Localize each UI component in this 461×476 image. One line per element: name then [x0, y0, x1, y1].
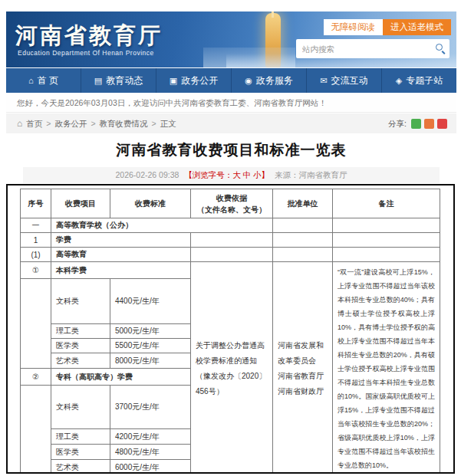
col-header-basis: 收费依据 （文件名称、文号） [191, 189, 273, 218]
nav-item-home[interactable]: ⌂ 首 页 [6, 68, 81, 93]
table-row-bachelor-tuition: ① 本科学费 关于调整公办普通高校学费标准的通知（豫发改办〔2020〕456号）… [21, 262, 440, 279]
col-header-index: 序号 [21, 189, 51, 218]
nav-item-education-news[interactable]: ▤ 教育动态 [81, 68, 156, 93]
breadcrumb-home[interactable]: 首页 [26, 113, 42, 133]
item-cell: 学费 [51, 233, 191, 248]
row-index: (1) [21, 248, 51, 262]
share-wechat-icon[interactable] [411, 119, 421, 129]
nav-label: 首 页 [38, 74, 58, 87]
nav-label: 政务服务 [256, 74, 293, 87]
accessibility-reading-button[interactable]: 无障碍阅读 [324, 19, 384, 35]
empty-index-cell [21, 386, 51, 474]
page: 河南省教育厅 Education Department Of Henan Pro… [0, 0, 461, 476]
empty-cell [273, 218, 333, 233]
breadcrumb-current-article: 正文 [160, 113, 176, 133]
col-header-approver: 批准单位 [273, 189, 333, 218]
empty-cell [191, 233, 273, 248]
col-header-item: 收费项目 [51, 189, 110, 218]
table-row-higher-education: (1) 高等教育 [21, 248, 440, 262]
col-header-standard: 收费标准 [110, 189, 191, 218]
empty-cell [191, 248, 273, 262]
row-index: 1 [21, 233, 51, 248]
nav-item-gov-disclosure[interactable]: ▣ 政务公开 [156, 68, 231, 93]
fee-cell: 3700元/生/年 [110, 386, 191, 429]
fee-cell: 4400元/生/年 [110, 279, 191, 324]
site-subtitle: Education Department Of Henan Province [18, 49, 154, 57]
elder-mode-button[interactable]: 进入适老模式 [383, 19, 451, 35]
breadcrumb-separator: > [46, 113, 51, 133]
main-nav: ⌂ 首 页 ▤ 教育动态 ▣ 政务公开 ◉ 政务服务 ✉ 交流互动 ◈ 专题子站 [6, 68, 456, 93]
breadcrumb-separator: > [152, 113, 156, 133]
fee-cell: 5500元/生/年 [110, 339, 191, 353]
nav-label: 交流互动 [331, 74, 368, 87]
empty-cell [273, 248, 333, 262]
nav-item-gov-services[interactable]: ◉ 政务服务 [231, 68, 306, 93]
empty-cell [333, 248, 440, 262]
table-row-tuition: 1 学费 [21, 233, 440, 248]
nav-label: 专题子站 [406, 74, 443, 87]
subsite-icon: ◈ [396, 76, 402, 86]
breadcrumb: ⌂ 首页 > 政务公开 > 教育收费情况 > 正文 [17, 113, 176, 133]
welcome-bar: 您好，今天是2026年03月03日，欢迎访问中共河南省委教育工委、河南省教育厅网… [6, 94, 456, 113]
section-title-cell: 高等教育学校（公办） [51, 218, 273, 233]
row-index: 一 [21, 218, 51, 233]
nav-label: 教育动态 [106, 74, 143, 87]
category-cell: 理工类 [51, 324, 110, 339]
fee-table: 序号 收费项目 收费标准 收费依据 （文件名称、文号） 批准单位 备注 一 高等… [20, 189, 440, 474]
nav-item-interaction[interactable]: ✉ 交流互动 [306, 68, 381, 93]
fee-cell: 4200元/生/年 [110, 429, 191, 445]
category-cell: 医学类 [51, 445, 110, 460]
table-header-row: 序号 收费项目 收费标准 收费依据 （文件名称、文号） 批准单位 备注 [21, 189, 440, 218]
fee-cell: 8000元/生/年 [110, 353, 191, 369]
approver-cell: 河南省发展和改革委员会 河南省教育厅 河南省财政厅 [273, 262, 333, 474]
breadcrumb-fee-info[interactable]: 教育收费情况 [100, 113, 148, 133]
breadcrumb-gov-disclosure[interactable]: 政务公开 [54, 113, 87, 133]
disclosure-icon: ▣ [170, 76, 177, 86]
remark-cell: “双一流”建设高校可上浮15%，上浮专业范围不得超过当年该校本科招生专业总数的4… [333, 262, 440, 474]
empty-cell [273, 233, 333, 248]
category-cell: 文科类 [51, 386, 110, 429]
page-title: 河南省教育收费项目和标准一览表 [6, 140, 456, 160]
category-cell: 艺术类 [51, 460, 110, 474]
share-weibo-icon[interactable] [424, 119, 434, 129]
empty-cell [333, 218, 440, 233]
site-search [296, 39, 449, 58]
breadcrumb-separator: > [91, 113, 95, 133]
empty-index-cell [21, 279, 51, 369]
share-label: 分享: [388, 113, 407, 133]
row-index: ① [21, 262, 51, 279]
col-header-remark: 备注 [333, 189, 440, 218]
search-input[interactable] [302, 39, 425, 58]
article-header: 河南省教育收费项目和标准一览表 2026-02-26 09:38 【浏览字号：大… [6, 133, 456, 184]
article-meta: 2026-02-26 09:38 【浏览字号：大 中 小】 来源：河南省教育厅 [23, 167, 440, 183]
share-tools: 分享: [388, 113, 447, 133]
item-cell: 高等教育 [51, 248, 191, 262]
article-source: 来源：河南省教育厅 [275, 170, 347, 179]
news-icon: ▤ [94, 76, 102, 86]
category-cell: 医学类 [51, 339, 110, 353]
site-banner: 河南省教育厅 Education Department Of Henan Pro… [6, 11, 456, 67]
fee-cell: 6000元/生/年 [110, 460, 191, 474]
share-qzone-icon[interactable] [437, 119, 447, 129]
item-cell: 本科学费 [51, 262, 191, 279]
category-cell: 文科类 [51, 279, 110, 324]
item-cell: 专科（高职高专）学费 [51, 369, 191, 386]
search-icon[interactable] [436, 44, 443, 51]
top-buttons: 无障碍阅读 进入适老模式 [324, 19, 452, 35]
services-icon: ◉ [245, 76, 252, 86]
article-content-frame: 序号 收费项目 收费标准 收费依据 （文件名称、文号） 批准单位 备注 一 高等… [6, 184, 455, 474]
breadcrumb-home-icon: ⌂ [17, 113, 22, 133]
nav-item-special-subsites[interactable]: ◈ 专题子站 [381, 68, 456, 93]
site-title: 河南省教育厅 [15, 21, 163, 51]
fee-cell: 5000元/生/年 [110, 324, 191, 339]
category-cell: 理工类 [51, 429, 110, 445]
font-size-control[interactable]: 【浏览字号：大 中 小】 [184, 170, 269, 179]
table-row-section: 一 高等教育学校（公办） [21, 218, 440, 233]
breadcrumb-bar: ⌂ 首页 > 政务公开 > 教育收费情况 > 正文 分享: [6, 113, 456, 133]
category-cell: 艺术类 [51, 353, 110, 369]
publish-date: 2026-02-26 09:38 [115, 170, 179, 179]
home-icon: ⌂ [28, 76, 34, 85]
fee-basis-cell: 关于调整公办普通高校学费标准的通知（豫发改办〔2020〕456号） [191, 262, 273, 474]
fee-cell: 4800元/生/年 [110, 445, 191, 460]
interaction-icon: ✉ [320, 76, 327, 86]
